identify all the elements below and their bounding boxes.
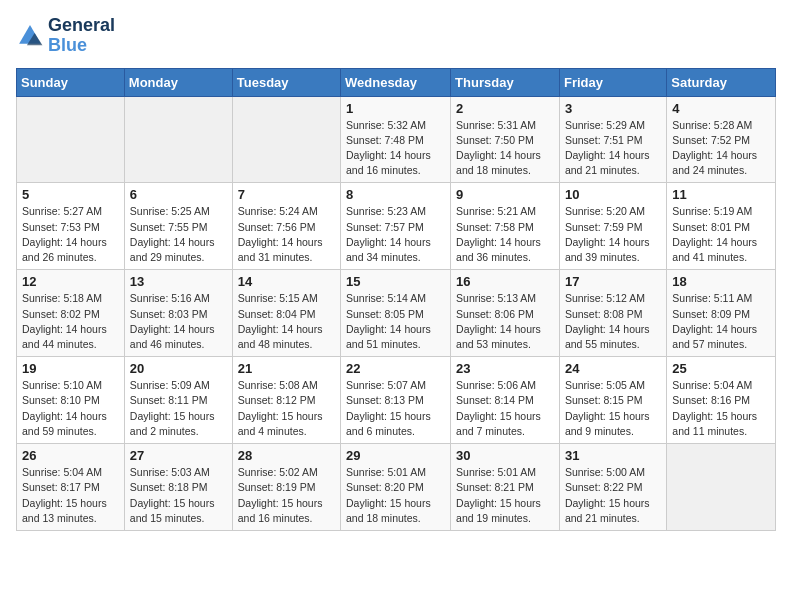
calendar-week-row: 1Sunrise: 5:32 AMSunset: 7:48 PMDaylight… [17, 96, 776, 183]
calendar-header: SundayMondayTuesdayWednesdayThursdayFrid… [17, 68, 776, 96]
calendar-cell: 25Sunrise: 5:04 AMSunset: 8:16 PMDayligh… [667, 357, 776, 444]
calendar-cell: 30Sunrise: 5:01 AMSunset: 8:21 PMDayligh… [451, 444, 560, 531]
day-number: 27 [130, 448, 227, 463]
calendar-cell: 20Sunrise: 5:09 AMSunset: 8:11 PMDayligh… [124, 357, 232, 444]
calendar-cell: 4Sunrise: 5:28 AMSunset: 7:52 PMDaylight… [667, 96, 776, 183]
calendar-week-row: 19Sunrise: 5:10 AMSunset: 8:10 PMDayligh… [17, 357, 776, 444]
calendar-cell: 18Sunrise: 5:11 AMSunset: 8:09 PMDayligh… [667, 270, 776, 357]
weekday-header: Wednesday [341, 68, 451, 96]
calendar-cell: 21Sunrise: 5:08 AMSunset: 8:12 PMDayligh… [232, 357, 340, 444]
calendar-week-row: 12Sunrise: 5:18 AMSunset: 8:02 PMDayligh… [17, 270, 776, 357]
day-number: 2 [456, 101, 554, 116]
day-info: Sunrise: 5:31 AMSunset: 7:50 PMDaylight:… [456, 118, 554, 179]
calendar-week-row: 5Sunrise: 5:27 AMSunset: 7:53 PMDaylight… [17, 183, 776, 270]
day-number: 6 [130, 187, 227, 202]
day-number: 24 [565, 361, 661, 376]
day-number: 13 [130, 274, 227, 289]
day-number: 23 [456, 361, 554, 376]
day-info: Sunrise: 5:27 AMSunset: 7:53 PMDaylight:… [22, 204, 119, 265]
calendar-cell: 19Sunrise: 5:10 AMSunset: 8:10 PMDayligh… [17, 357, 125, 444]
day-info: Sunrise: 5:24 AMSunset: 7:56 PMDaylight:… [238, 204, 335, 265]
calendar-cell: 6Sunrise: 5:25 AMSunset: 7:55 PMDaylight… [124, 183, 232, 270]
day-number: 9 [456, 187, 554, 202]
weekday-header: Friday [559, 68, 666, 96]
day-info: Sunrise: 5:03 AMSunset: 8:18 PMDaylight:… [130, 465, 227, 526]
logo-icon [16, 22, 44, 50]
day-info: Sunrise: 5:07 AMSunset: 8:13 PMDaylight:… [346, 378, 445, 439]
weekday-header: Monday [124, 68, 232, 96]
day-number: 19 [22, 361, 119, 376]
calendar-cell: 31Sunrise: 5:00 AMSunset: 8:22 PMDayligh… [559, 444, 666, 531]
day-number: 22 [346, 361, 445, 376]
day-number: 21 [238, 361, 335, 376]
day-number: 5 [22, 187, 119, 202]
calendar-cell: 22Sunrise: 5:07 AMSunset: 8:13 PMDayligh… [341, 357, 451, 444]
day-info: Sunrise: 5:13 AMSunset: 8:06 PMDaylight:… [456, 291, 554, 352]
day-number: 25 [672, 361, 770, 376]
calendar-table: SundayMondayTuesdayWednesdayThursdayFrid… [16, 68, 776, 531]
day-info: Sunrise: 5:32 AMSunset: 7:48 PMDaylight:… [346, 118, 445, 179]
day-number: 20 [130, 361, 227, 376]
calendar-cell: 29Sunrise: 5:01 AMSunset: 8:20 PMDayligh… [341, 444, 451, 531]
calendar-cell: 10Sunrise: 5:20 AMSunset: 7:59 PMDayligh… [559, 183, 666, 270]
day-number: 3 [565, 101, 661, 116]
day-info: Sunrise: 5:08 AMSunset: 8:12 PMDaylight:… [238, 378, 335, 439]
logo-text: GeneralBlue [48, 16, 115, 56]
day-info: Sunrise: 5:02 AMSunset: 8:19 PMDaylight:… [238, 465, 335, 526]
calendar-cell: 17Sunrise: 5:12 AMSunset: 8:08 PMDayligh… [559, 270, 666, 357]
calendar-cell: 28Sunrise: 5:02 AMSunset: 8:19 PMDayligh… [232, 444, 340, 531]
calendar-cell: 14Sunrise: 5:15 AMSunset: 8:04 PMDayligh… [232, 270, 340, 357]
day-number: 16 [456, 274, 554, 289]
day-info: Sunrise: 5:12 AMSunset: 8:08 PMDaylight:… [565, 291, 661, 352]
day-info: Sunrise: 5:15 AMSunset: 8:04 PMDaylight:… [238, 291, 335, 352]
day-number: 29 [346, 448, 445, 463]
day-number: 17 [565, 274, 661, 289]
day-number: 12 [22, 274, 119, 289]
calendar-cell: 11Sunrise: 5:19 AMSunset: 8:01 PMDayligh… [667, 183, 776, 270]
calendar-cell: 13Sunrise: 5:16 AMSunset: 8:03 PMDayligh… [124, 270, 232, 357]
calendar-cell: 26Sunrise: 5:04 AMSunset: 8:17 PMDayligh… [17, 444, 125, 531]
day-info: Sunrise: 5:05 AMSunset: 8:15 PMDaylight:… [565, 378, 661, 439]
day-number: 11 [672, 187, 770, 202]
day-number: 7 [238, 187, 335, 202]
calendar-week-row: 26Sunrise: 5:04 AMSunset: 8:17 PMDayligh… [17, 444, 776, 531]
weekday-header: Tuesday [232, 68, 340, 96]
day-info: Sunrise: 5:14 AMSunset: 8:05 PMDaylight:… [346, 291, 445, 352]
day-info: Sunrise: 5:21 AMSunset: 7:58 PMDaylight:… [456, 204, 554, 265]
calendar-cell [232, 96, 340, 183]
day-info: Sunrise: 5:01 AMSunset: 8:21 PMDaylight:… [456, 465, 554, 526]
calendar-cell: 1Sunrise: 5:32 AMSunset: 7:48 PMDaylight… [341, 96, 451, 183]
calendar-cell [124, 96, 232, 183]
calendar-cell: 9Sunrise: 5:21 AMSunset: 7:58 PMDaylight… [451, 183, 560, 270]
day-info: Sunrise: 5:06 AMSunset: 8:14 PMDaylight:… [456, 378, 554, 439]
weekday-row: SundayMondayTuesdayWednesdayThursdayFrid… [17, 68, 776, 96]
day-number: 1 [346, 101, 445, 116]
day-info: Sunrise: 5:19 AMSunset: 8:01 PMDaylight:… [672, 204, 770, 265]
calendar-cell: 15Sunrise: 5:14 AMSunset: 8:05 PMDayligh… [341, 270, 451, 357]
calendar-cell: 16Sunrise: 5:13 AMSunset: 8:06 PMDayligh… [451, 270, 560, 357]
day-info: Sunrise: 5:20 AMSunset: 7:59 PMDaylight:… [565, 204, 661, 265]
calendar-cell: 2Sunrise: 5:31 AMSunset: 7:50 PMDaylight… [451, 96, 560, 183]
day-info: Sunrise: 5:04 AMSunset: 8:17 PMDaylight:… [22, 465, 119, 526]
calendar-cell: 3Sunrise: 5:29 AMSunset: 7:51 PMDaylight… [559, 96, 666, 183]
page-header: GeneralBlue [16, 16, 776, 56]
calendar-cell [17, 96, 125, 183]
calendar-cell: 27Sunrise: 5:03 AMSunset: 8:18 PMDayligh… [124, 444, 232, 531]
logo: GeneralBlue [16, 16, 115, 56]
day-number: 28 [238, 448, 335, 463]
day-info: Sunrise: 5:00 AMSunset: 8:22 PMDaylight:… [565, 465, 661, 526]
day-number: 10 [565, 187, 661, 202]
day-number: 18 [672, 274, 770, 289]
day-number: 30 [456, 448, 554, 463]
calendar-body: 1Sunrise: 5:32 AMSunset: 7:48 PMDaylight… [17, 96, 776, 530]
day-number: 14 [238, 274, 335, 289]
day-info: Sunrise: 5:01 AMSunset: 8:20 PMDaylight:… [346, 465, 445, 526]
calendar-cell: 12Sunrise: 5:18 AMSunset: 8:02 PMDayligh… [17, 270, 125, 357]
day-number: 31 [565, 448, 661, 463]
calendar-cell: 23Sunrise: 5:06 AMSunset: 8:14 PMDayligh… [451, 357, 560, 444]
day-info: Sunrise: 5:29 AMSunset: 7:51 PMDaylight:… [565, 118, 661, 179]
calendar-cell: 7Sunrise: 5:24 AMSunset: 7:56 PMDaylight… [232, 183, 340, 270]
day-number: 4 [672, 101, 770, 116]
weekday-header: Thursday [451, 68, 560, 96]
day-info: Sunrise: 5:28 AMSunset: 7:52 PMDaylight:… [672, 118, 770, 179]
